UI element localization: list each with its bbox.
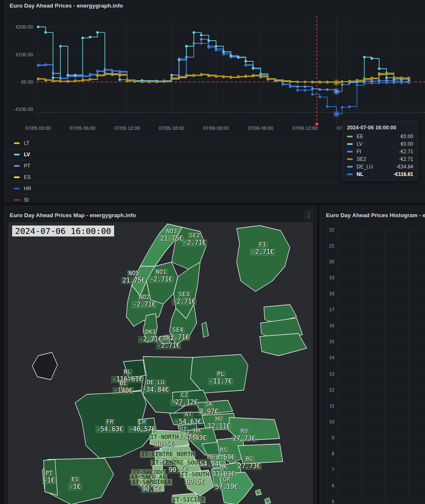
tooltip-row-NL: NL -€116.61 [347,171,413,177]
map-region-IT-CN [160,446,196,462]
x-axis-tick: 07/06 12:00 [292,126,318,131]
map-region-SARDINIA [153,465,164,492]
tooltip-series-name: FI [357,149,361,155]
y-axis-tick: €100.00 [16,52,33,57]
hist-y-tick: 10 [322,419,334,424]
hist-y-tick: 14 [322,355,334,360]
map-region-GR [220,472,253,504]
tooltip-series-value: -€34.84 [396,164,413,170]
y-axis-tick: €0.00 [21,79,33,84]
map-region-CORSICA [155,450,163,465]
map-panel-title: Euro Day Ahead Prices Map - energygraph.… [10,212,136,218]
map-region-NL [123,360,146,378]
series-color-swatch [347,166,353,168]
legend-item-SI[interactable]: SI [5,194,425,205]
map-region-IT-S [183,470,214,496]
hist-y-tick: 22 [322,227,334,232]
map-region-AT [169,412,204,425]
tooltip-row-DE_LU: DE_LU -€34.84 [347,164,413,170]
tooltip-series-value: -€2.71 [399,156,413,162]
map-region-DK2 [160,336,170,344]
series-color-swatch [14,188,20,189]
map-region-BG [238,444,283,464]
europe-map-svg [8,222,313,504]
map-region-GR-ISL1 [256,489,261,495]
hist-y-tick: 15 [322,339,334,344]
hist-y-tick: 5 [322,499,334,504]
series-color-swatch [14,154,20,155]
map-region-RO [228,417,280,441]
hist-y-tick: 19 [322,275,334,280]
map-region-IT-NORTH [150,430,189,448]
map-region-LT [260,333,307,356]
series-color-swatch [347,158,353,160]
timeseries-panel: Euro Day Ahead Prices - energygraph.info… [4,0,425,202]
hist-y-tick: 9 [322,435,334,440]
map-timestamp: 2024-07-06 16:00:00 [12,226,114,236]
x-axis-tick: 07/06 00:00 [203,126,229,131]
legend-label: LV [24,152,30,158]
legend-label: PT [24,163,30,169]
series-color-swatch [347,136,353,137]
hist-y-tick: 7 [322,467,334,472]
map-region-PL [190,354,248,393]
map-region-PT [44,459,57,495]
legend-label: SI [24,197,29,203]
map-panel: Euro Day Ahead Prices Map - energygraph.… [4,206,317,504]
map-region-IE [32,352,57,380]
series-color-swatch [347,151,353,152]
hist-y-tick: 8 [322,451,334,456]
series-color-swatch [14,176,20,178]
tooltip-series-name: SE2 [357,156,366,162]
legend-label: HR [24,186,31,192]
tooltip-series-name: DE_LU [357,164,373,170]
tooltip-series-value: -€116.61 [394,171,413,177]
map-region-FI [237,226,290,291]
hist-y-tick: 20 [322,259,334,264]
y-axis-tick: €200.00 [16,24,33,29]
x-axis-tick: 07/05 18:00 [159,126,185,131]
x-axis-tick: 07/05 00:00 [26,126,51,131]
hist-y-tick: 18 [322,291,334,296]
histogram-panel: Euro Day Ahead Prices Histogram - energy… [320,206,425,504]
hist-y-tick: 16 [322,323,334,328]
tooltip-timestamp: 2024-07-06 16:00:00 [347,125,413,131]
tooltip-series-name: LV [357,141,362,147]
series-color-swatch [14,165,20,167]
hist-y-tick: 13 [322,371,334,376]
hist-y-tick: 6 [322,483,334,488]
map-region-GR-ISL2 [265,498,271,504]
legend-label: LT [24,140,29,146]
timeseries-chart[interactable]: €200.00€100.00€0.00-€100.0007/05 00:0007… [5,0,425,133]
series-NL [37,42,410,115]
hist-y-tick: 12 [322,387,334,392]
tooltip-series-value: €0.00 [401,141,413,147]
hist-y-tick: 21 [322,243,334,248]
annotation-marker-icon [315,122,319,125]
tooltip-row-SE2: SE2 -€2.71 [347,156,413,162]
x-axis-tick: 07/05 06:00 [70,126,96,131]
series-color-swatch [14,142,20,144]
tooltip-row-FI: FI -€2.71 [347,149,413,155]
map-region-SICILY [172,493,200,504]
y-axis-tick: -€100.00 [14,107,33,112]
series-color-swatch [347,143,353,145]
hist-y-tick: 11 [322,403,334,408]
europe-map: 2024-07-06 16:00:00 NO3 21.75€SE2 -2.71€… [8,222,313,504]
panel-kebab-menu-icon[interactable]: ⋮ [304,210,314,220]
grafana-dashboard: { "top_panel": { "title": "Euro Day Ahea… [0,0,425,504]
series-color-swatch [14,199,20,201]
map-region-CH [138,418,156,431]
legend-item-HR[interactable]: HR [5,183,425,194]
tooltip-series-name: NL [357,171,363,177]
tooltip-series-name: EE [357,134,363,139]
map-region-GOTLAND [202,322,209,337]
histogram-panel-title: Euro Day Ahead Prices Histogram - energy… [326,212,425,218]
tooltip-series-value: -€2.71 [399,149,413,155]
tooltip-row-LV: LV €0.00 [347,141,413,147]
map-region-BE [119,378,143,392]
series-color-swatch [347,173,353,175]
chart-tooltip: 2024-07-06 16:00:00 EE €0.00 LV €0.00 FI… [342,121,418,181]
tooltip-series-value: €0.00 [401,134,413,139]
hist-y-tick: 17 [322,307,334,312]
